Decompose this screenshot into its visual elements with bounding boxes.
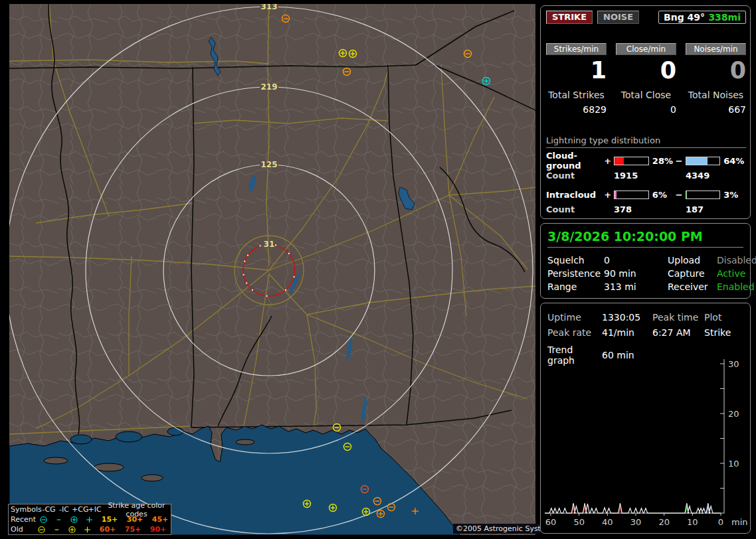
peak-time-value: 6:27 AM xyxy=(652,327,704,338)
close-per-min-badge: Close/min xyxy=(616,43,676,55)
svg-text:50: 50 xyxy=(573,517,585,527)
trend-graph-value: 60 min xyxy=(602,350,743,360)
age-code-45: 45+ xyxy=(147,515,173,524)
plus-sign: + xyxy=(603,156,612,166)
legend-symbol-cp xyxy=(64,525,80,534)
status-row: Squelch 0 Upload Disabled xyxy=(547,254,743,267)
peak-rate-row: Peak rate 41/min 6:27 AM Strike xyxy=(547,325,743,340)
cloud-ground-count-row: Count 1915 4349 xyxy=(546,171,746,183)
noises-per-min-badge: Noises/min xyxy=(686,43,746,55)
legend-old-symbols xyxy=(34,525,95,534)
legend-age-row-2: 60+75+90+ xyxy=(95,525,171,534)
receiver-status: Enabled xyxy=(717,281,755,292)
lightning-distribution: Lightning type distribution Cloud-ground… xyxy=(546,135,746,222)
close-column: Close/min 0 Total Close 0 xyxy=(616,43,676,115)
status-row: Range 313 mi Receiver Enabled xyxy=(547,280,743,293)
noises-per-min-value: 0 xyxy=(686,55,746,90)
cg-count-label: Count xyxy=(546,171,607,183)
peak-rate-value: 41/min xyxy=(602,327,652,338)
mode-button-row: STRIKE NOISE Bng 49° 338mi xyxy=(546,11,746,24)
age-code-90: 90+ xyxy=(145,525,171,534)
receiver-label: Receiver xyxy=(668,281,717,292)
legend-symbols-label: Symbols xyxy=(9,505,41,514)
age-code-30: 30+ xyxy=(122,515,147,524)
plus-sign: + xyxy=(603,190,612,200)
status-row: Persistence 90 min Capture Active xyxy=(547,267,743,280)
legend-header-row: Symbols -CG -IC +CG +IC Strike age color… xyxy=(9,504,171,514)
total-noises-label: Total Noises xyxy=(686,90,746,104)
intracloud-count-row: Count 378 187 xyxy=(546,204,746,216)
strikes-column: Strikes/min 1 Total Strikes 6829 xyxy=(546,43,607,115)
upload-label: Upload xyxy=(668,255,717,266)
ic-minus-count: 187 xyxy=(686,204,704,216)
strike-mode-button[interactable]: STRIKE xyxy=(546,11,593,24)
legend-symbol-cm xyxy=(34,525,49,534)
squelch-label: Squelch xyxy=(547,255,604,266)
cg-minus-pct: 64% xyxy=(722,156,746,166)
legend-symbol-m xyxy=(49,525,64,534)
cg-plus-count: 1915 xyxy=(614,171,686,183)
svg-text:30: 30 xyxy=(630,517,642,527)
noise-mode-button[interactable]: NOISE xyxy=(597,11,639,24)
svg-text:30: 30 xyxy=(728,359,739,369)
svg-text:125: 125 xyxy=(260,160,277,169)
noises-column: Noises/min 0 Total Noises 667 xyxy=(686,43,746,115)
uptime-rows: Uptime 1330:05 Peak time Plot Peak rate … xyxy=(547,309,743,360)
peak-time-label: Peak time xyxy=(652,312,704,323)
legend-recent-symbols xyxy=(36,515,97,524)
age-code-75: 75+ xyxy=(120,525,145,534)
ic-minus-pct: 3% xyxy=(722,190,746,200)
age-code-15: 15+ xyxy=(97,515,122,524)
legend-symbol-p xyxy=(80,525,95,534)
ic-plus-pct: 6% xyxy=(651,190,675,200)
range-label: Range xyxy=(547,281,604,292)
trend-graph-label: Trend graph xyxy=(547,345,602,366)
ic-plus-bar xyxy=(614,191,649,199)
total-close-label: Total Close xyxy=(616,90,676,104)
intracloud-label: Intracloud xyxy=(546,190,603,200)
legend-col-pos-ic: +IC xyxy=(87,505,102,514)
legend-symbol-cm xyxy=(36,515,51,524)
total-strikes-value: 6829 xyxy=(546,104,607,115)
cg-plus-pct: 28% xyxy=(651,156,675,166)
legend-recent-row: Recent 15+30+45+ xyxy=(9,514,171,524)
map-canvas: 31321912531 xyxy=(9,4,535,535)
uptime-row: Uptime 1330:05 Peak time Plot xyxy=(547,309,743,325)
map-legend: Symbols -CG -IC +CG +IC Strike age color… xyxy=(8,504,171,535)
lightning-map[interactable]: 31321912531 xyxy=(9,4,535,535)
legend-col-neg-ic: -IC xyxy=(56,505,72,514)
age-code-60: 60+ xyxy=(95,525,120,534)
legend-symbol-p xyxy=(82,515,97,524)
uptime-label: Uptime xyxy=(547,312,602,323)
svg-text:0: 0 xyxy=(718,517,723,527)
strikes-per-min-value: 1 xyxy=(546,55,607,90)
total-close-value: 0 xyxy=(616,104,676,115)
legend-old-label: Old xyxy=(9,525,34,534)
cg-plus-bar xyxy=(614,157,649,165)
intracloud-row: Intracloud + 6% − 3% xyxy=(546,189,746,200)
cloud-ground-label: Cloud-ground xyxy=(546,151,603,171)
total-strikes-label: Total Strikes xyxy=(546,90,607,104)
legend-symbol-m xyxy=(51,515,66,524)
legend-symbol-cp xyxy=(66,515,82,524)
trend-panel: Uptime 1330:05 Peak time Plot Peak rate … xyxy=(540,303,751,534)
plot-value: Strike xyxy=(704,327,743,338)
close-per-min-value: 0 xyxy=(616,55,676,90)
ic-count-label: Count xyxy=(546,204,607,216)
upload-status: Disabled xyxy=(717,255,756,266)
app-window: { "window": { "copyright": "©2005 Astrog… xyxy=(0,0,756,539)
svg-text:313: 313 xyxy=(260,4,277,11)
svg-text:31: 31 xyxy=(264,240,275,249)
distribution-header: Lightning type distribution xyxy=(546,135,746,148)
datetime-display: 3/8/2026 10:20:00 PM xyxy=(547,229,743,248)
bearing-label: Bng 49° xyxy=(664,12,705,23)
capture-status: Active xyxy=(717,268,745,279)
svg-text:20: 20 xyxy=(658,517,670,527)
svg-text:10: 10 xyxy=(687,517,698,527)
capture-label: Capture xyxy=(668,268,717,279)
plot-label: Plot xyxy=(704,312,743,323)
svg-text:min: min xyxy=(731,517,748,527)
svg-text:219: 219 xyxy=(260,82,277,92)
range-value: 313 mi xyxy=(604,281,668,292)
legend-col-neg-cg: -CG xyxy=(41,505,56,514)
